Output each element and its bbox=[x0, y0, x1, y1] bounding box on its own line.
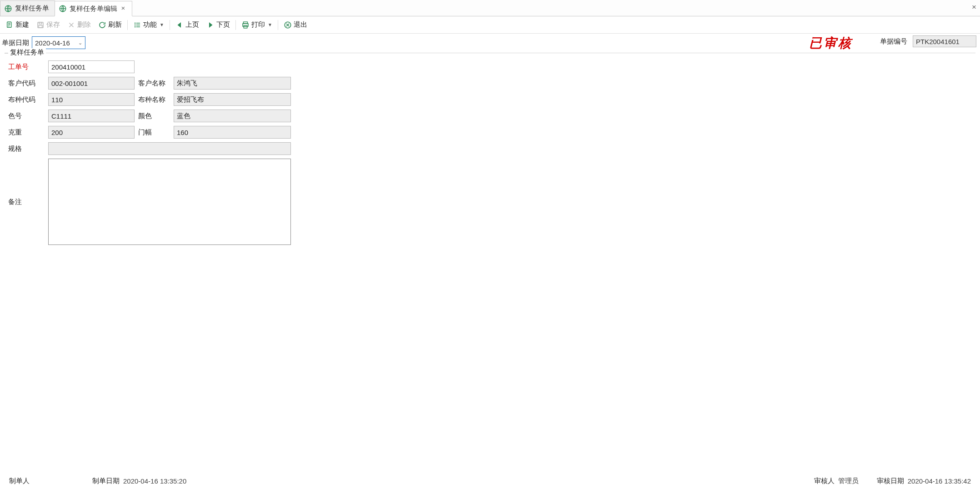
remark-label: 备注 bbox=[8, 198, 45, 206]
creator-label: 制单人 bbox=[9, 477, 30, 485]
toolbar-separator bbox=[278, 20, 278, 30]
save-button: 保存 bbox=[34, 19, 63, 30]
width-field: 160 bbox=[174, 126, 291, 139]
arrow-left-icon bbox=[175, 21, 184, 29]
arrow-right-icon bbox=[206, 21, 215, 29]
weight-label: 克重 bbox=[8, 128, 45, 137]
button-label: 刷新 bbox=[108, 20, 122, 29]
work-order-label: 工单号 bbox=[8, 63, 45, 71]
fabric-name-label: 布种名称 bbox=[138, 95, 170, 104]
customer-code-field: 002-001001 bbox=[48, 77, 135, 90]
auditor-group: 审核人 管理员 bbox=[814, 477, 859, 485]
tab-task-list[interactable]: 复样任务单 bbox=[0, 0, 55, 16]
customer-name-value: 朱鸿飞 bbox=[177, 79, 197, 88]
doc-number-value: PTK20041601 bbox=[916, 38, 960, 45]
svg-rect-11 bbox=[136, 26, 140, 27]
spec-field bbox=[48, 142, 291, 155]
chevron-down-icon: ▼ bbox=[268, 22, 272, 27]
button-label: 上页 bbox=[185, 20, 199, 29]
print-dropdown[interactable]: 打印 ▼ bbox=[239, 19, 275, 30]
svg-rect-10 bbox=[136, 25, 140, 25]
doc-number-field: PTK20041601 bbox=[913, 35, 976, 47]
task-fieldset: 复样任务单 工单号 200410001 客户代码 002-001001 客户名称… bbox=[5, 53, 975, 249]
color-no-value: C1111 bbox=[51, 112, 71, 120]
doc-date-select[interactable]: 2020-04-16 ⌄ bbox=[32, 36, 85, 49]
color-value: 蓝色 bbox=[177, 112, 190, 120]
chevron-down-icon: ▼ bbox=[160, 22, 164, 27]
customer-name-field: 朱鸿飞 bbox=[174, 77, 291, 90]
new-button[interactable]: 新建 bbox=[3, 19, 32, 30]
doc-number-label: 单据编号 bbox=[880, 37, 907, 46]
tab-bar: 复样任务单 复样任务单编辑 × × bbox=[0, 0, 980, 16]
fabric-name-value: 爱招飞布 bbox=[177, 95, 204, 104]
form-area: 复样任务单 工单号 200410001 客户代码 002-001001 客户名称… bbox=[5, 53, 975, 249]
print-icon bbox=[241, 21, 250, 29]
button-label: 保存 bbox=[46, 20, 60, 29]
button-label: 下页 bbox=[216, 20, 230, 29]
prev-page-button[interactable]: 上页 bbox=[173, 19, 202, 30]
new-icon bbox=[5, 21, 14, 29]
color-no-label: 色号 bbox=[8, 112, 45, 120]
create-date-group: 制单日期 2020-04-16 13:35:20 bbox=[92, 477, 186, 485]
next-page-button[interactable]: 下页 bbox=[204, 19, 233, 30]
audit-date-label: 审核日期 bbox=[877, 477, 904, 485]
weight-value: 200 bbox=[51, 129, 63, 136]
audit-date-value: 2020-04-16 13:35:42 bbox=[908, 477, 971, 485]
create-date-value: 2020-04-16 13:35:20 bbox=[123, 477, 186, 485]
svg-rect-8 bbox=[135, 26, 135, 27]
button-label: 功能 bbox=[143, 20, 157, 29]
delete-button: 删除 bbox=[65, 19, 94, 30]
auditor-label: 审核人 bbox=[814, 477, 835, 485]
button-label: 打印 bbox=[251, 20, 265, 29]
tab-task-edit[interactable]: 复样任务单编辑 × bbox=[55, 1, 132, 16]
fabric-code-field: 110 bbox=[48, 93, 135, 106]
fabric-code-value: 110 bbox=[51, 96, 63, 104]
toolbar: 新建 保存 删除 刷新 功能 ▼ 上页 下页 bbox=[0, 16, 980, 34]
exit-icon bbox=[284, 21, 292, 29]
remark-field[interactable] bbox=[48, 159, 291, 245]
button-label: 删除 bbox=[77, 20, 91, 29]
doc-date-label: 单据日期 bbox=[2, 39, 29, 47]
refresh-button[interactable]: 刷新 bbox=[95, 19, 125, 30]
work-order-field[interactable]: 200410001 bbox=[48, 60, 135, 73]
refresh-icon bbox=[98, 21, 106, 29]
color-field: 蓝色 bbox=[174, 110, 291, 122]
svg-rect-4 bbox=[39, 22, 42, 24]
fabric-code-label: 布种代码 bbox=[8, 95, 45, 104]
width-label: 门幅 bbox=[138, 128, 170, 137]
exit-button[interactable]: 退出 bbox=[281, 19, 310, 30]
close-icon[interactable]: × bbox=[120, 5, 126, 12]
globe-icon bbox=[59, 5, 67, 13]
globe-icon bbox=[4, 5, 12, 13]
doc-date-value: 2020-04-16 bbox=[35, 39, 70, 47]
header-row: 单据日期 2020-04-16 ⌄ 已审核 单据编号 PTK20041601 bbox=[0, 34, 980, 53]
tab-label: 复样任务单 bbox=[15, 4, 49, 13]
svg-rect-6 bbox=[135, 22, 135, 23]
fabric-name-field: 爱招飞布 bbox=[174, 93, 291, 106]
doc-number-wrap: 单据编号 PTK20041601 bbox=[880, 35, 976, 47]
color-no-field: C1111 bbox=[48, 110, 135, 122]
width-value: 160 bbox=[177, 129, 188, 136]
save-icon bbox=[36, 21, 45, 29]
svg-rect-7 bbox=[135, 24, 135, 25]
work-order-value: 200410001 bbox=[51, 63, 85, 71]
toolbar-separator bbox=[127, 20, 128, 30]
color-label: 颜色 bbox=[138, 112, 170, 120]
tabs-close-all-icon[interactable]: × bbox=[972, 3, 976, 12]
toolbar-separator bbox=[235, 20, 236, 30]
svg-rect-9 bbox=[136, 23, 140, 24]
auditor-value: 管理员 bbox=[838, 477, 859, 485]
button-label: 退出 bbox=[294, 20, 307, 29]
audit-date-group: 审核日期 2020-04-16 13:35:42 bbox=[877, 477, 971, 485]
creator-group: 制单人 bbox=[9, 477, 38, 485]
form-grid: 工单号 200410001 客户代码 002-001001 客户名称 朱鸿飞 布… bbox=[5, 58, 295, 249]
delete-icon bbox=[67, 21, 75, 29]
weight-field: 200 bbox=[48, 126, 135, 139]
toolbar-separator bbox=[170, 20, 170, 30]
fieldset-legend: 复样任务单 bbox=[8, 48, 46, 57]
create-date-label: 制单日期 bbox=[92, 477, 120, 485]
function-dropdown[interactable]: 功能 ▼ bbox=[130, 19, 167, 30]
button-label: 新建 bbox=[15, 20, 29, 29]
customer-code-value: 002-001001 bbox=[51, 80, 88, 87]
customer-code-label: 客户代码 bbox=[8, 79, 45, 88]
